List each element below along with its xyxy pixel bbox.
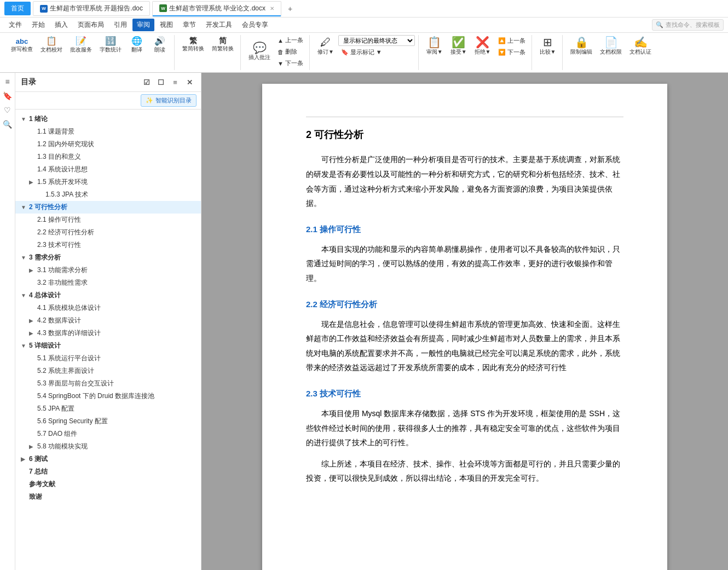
- toc-item[interactable]: 5.8 功能模块实现: [15, 440, 201, 453]
- tab-doc2[interactable]: W 生鲜超市管理系统 毕业论文.docx ✕: [152, 1, 281, 16]
- compare-button[interactable]: ⊞ 比较▼: [536, 35, 559, 57]
- menu-devtools[interactable]: 开发工具: [201, 19, 236, 31]
- nav-icon[interactable]: ≡: [1, 75, 14, 88]
- toc-item[interactable]: 1.5 系统开发环境: [15, 176, 201, 188]
- toc-close-icon[interactable]: ✕: [183, 76, 195, 88]
- show-mark-button[interactable]: 🔖 显示标记 ▼: [338, 47, 415, 57]
- toc-item[interactable]: 1.5.3 JPA 技术: [15, 188, 201, 201]
- home-tab[interactable]: 首页: [4, 2, 31, 15]
- word-icon-blue: W: [40, 5, 48, 13]
- toc-item-label: 1.5.3 JPA 技术: [45, 190, 88, 199]
- toc-uncheck-icon[interactable]: ☐: [155, 76, 167, 88]
- menu-review[interactable]: 审阅: [132, 19, 154, 31]
- accept-icon: ✅: [452, 37, 465, 48]
- toc-item[interactable]: 4.1 系统模块总体设计: [15, 302, 201, 314]
- toc-item[interactable]: 1.1 课题背景: [15, 125, 201, 138]
- toc-item[interactable]: 3.1 功能需求分析: [15, 264, 201, 277]
- toc-item[interactable]: 3 需求分析: [15, 251, 201, 264]
- menu-view[interactable]: 视图: [155, 19, 177, 31]
- close-tab-button[interactable]: ✕: [270, 5, 274, 11]
- review-button[interactable]: 📋 审阅▼: [423, 35, 446, 57]
- toc-item[interactable]: 5.4 SpringBoot 下的 Druid 数据库连接池: [15, 390, 201, 402]
- batchservice-button[interactable]: 📝 批改服务: [67, 35, 95, 55]
- translate-button[interactable]: 🌐 翻译: [126, 35, 148, 55]
- toc-item[interactable]: 4 总体设计: [15, 289, 201, 302]
- toc-item[interactable]: 7 总结: [15, 465, 201, 478]
- menu-layout[interactable]: 页面布局: [73, 19, 108, 31]
- tab-bar: 首页 W 生鲜超市管理系统 开题报告.doc W 生鲜超市管理系统 毕业论文.d…: [4, 1, 724, 16]
- doc-area[interactable]: 2 可行性分析 可行性分析是广泛使用的一种分析项目是否可行的技术。主要是基于系统…: [201, 73, 728, 570]
- read-button[interactable]: 🔊 朗读: [149, 35, 171, 55]
- prev-comment-label: 上一条: [285, 36, 303, 44]
- toc-item[interactable]: 5.3 界面层与前台交互设计: [15, 377, 201, 390]
- toc-item[interactable]: 5.2 系统主界面设计: [15, 365, 201, 377]
- toc-arrow-icon: [21, 204, 27, 210]
- reject-button[interactable]: ❌ 拒绝▼: [471, 35, 494, 57]
- toc-item[interactable]: 5.6 Spring Security 配置: [15, 415, 201, 428]
- section-23-content2: 综上所述，本项目在经济、技术、操作、社会环境等方面都是可行的，并且只需要少量的投…: [306, 457, 623, 486]
- toolbar-row-chinese: 繁 繁简转换 简 简繁转换: [179, 35, 237, 54]
- smart-toc-label: 智能识别目录: [155, 96, 192, 105]
- add-tab-button[interactable]: +: [284, 2, 297, 15]
- tofull-button[interactable]: 繁 繁简转换: [179, 35, 207, 54]
- toc-item[interactable]: 5.7 DAO 组件: [15, 428, 201, 440]
- toc-item-label: 5.2 系统主界面设计: [37, 366, 94, 376]
- wordcount-button[interactable]: 🔢 字数统计: [96, 35, 125, 55]
- toc-item[interactable]: 致谢: [15, 491, 201, 503]
- toc-item[interactable]: 4.3 数据库的详细设计: [15, 327, 201, 339]
- toc-item-label: 2.2 经济可行性分析: [37, 228, 94, 237]
- toc-item[interactable]: 2.3 技术可行性: [15, 239, 201, 251]
- toolbar-group-compare: ⊞ 比较▼: [533, 35, 563, 70]
- review-icon: 📋: [427, 37, 441, 48]
- search-command[interactable]: 🔍 查找命令、搜索模板: [652, 19, 724, 31]
- menu-ref[interactable]: 引用: [109, 19, 131, 31]
- revise-button[interactable]: 🖊 修订▼: [314, 35, 337, 57]
- toc-item[interactable]: 5 详细设计: [15, 339, 201, 352]
- ribbon: 文件 开始 插入 页面布局 引用 审阅 视图 章节 开发工具 会员专享 🔍 查找…: [0, 18, 728, 73]
- toc-item[interactable]: 1.2 国内外研究现状: [15, 138, 201, 151]
- menu-vip[interactable]: 会员专享: [238, 19, 273, 31]
- section-21-content: 本项目实现的功能和显示的内容简单易懂易操作，使用者可以不具备较高的软件知识，只需…: [306, 242, 623, 286]
- bookmark-icon[interactable]: 🔖: [1, 89, 14, 102]
- docsign-button[interactable]: ✍ 文档认证: [626, 35, 655, 57]
- tab-doc1[interactable]: W 生鲜超市管理系统 开题报告.doc: [33, 1, 150, 16]
- menu-start[interactable]: 开始: [27, 19, 49, 31]
- toc-item[interactable]: 5.5 JPA 配置: [15, 402, 201, 415]
- next-change-button[interactable]: 🔽 下一条: [495, 47, 528, 57]
- smart-toc-button[interactable]: ✨ 智能识别目录: [141, 94, 197, 107]
- search-left-icon[interactable]: 🔍: [1, 118, 14, 131]
- prev-comment-button[interactable]: ▲ 上一条: [275, 35, 306, 45]
- toc-item[interactable]: 1.4 系统设计思想: [15, 163, 201, 176]
- prev-change-button[interactable]: 🔼 上一条: [495, 36, 528, 46]
- menu-chapter[interactable]: 章节: [178, 19, 200, 31]
- toc-item[interactable]: 5.1 系统运行平台设计: [15, 352, 201, 365]
- docright-button[interactable]: 📄 文档权限: [597, 35, 625, 57]
- toc-item[interactable]: 2.2 经济可行性分析: [15, 226, 201, 239]
- menu-file[interactable]: 文件: [4, 19, 26, 31]
- tosimple-label: 简繁转换: [212, 45, 234, 53]
- tosimple-button[interactable]: 简 简繁转换: [209, 35, 237, 54]
- toc-arrow-icon: [29, 179, 36, 185]
- toc-item[interactable]: 1 绪论: [15, 113, 201, 125]
- next-comment-icon: ▼: [278, 60, 284, 67]
- toc-item[interactable]: 1.3 目的和意义: [15, 151, 201, 163]
- toc-check-icon[interactable]: ☑: [141, 76, 153, 88]
- doccheck-button[interactable]: 📋 文档校对: [37, 35, 66, 55]
- delete-comment-button[interactable]: 🗑 删除: [275, 47, 306, 57]
- toc-item[interactable]: 3.2 非功能性需求: [15, 277, 201, 289]
- heart-icon[interactable]: ♡: [1, 103, 14, 117]
- toc-list-icon[interactable]: ≡: [169, 76, 181, 88]
- toc-item[interactable]: 2.1 操作可行性: [15, 214, 201, 226]
- insertcomment-button[interactable]: 💬 插入批注: [245, 41, 274, 63]
- accept-button[interactable]: ✅ 接受▼: [447, 35, 470, 57]
- toc-item[interactable]: 4.2 数据库设计: [15, 314, 201, 327]
- toc-item[interactable]: 参考文献: [15, 478, 201, 491]
- left-icon-bar: ≡ 🔖 ♡ 🔍: [0, 73, 15, 570]
- show-markup-dropdown[interactable]: 显示标记的最终状态: [338, 35, 415, 46]
- spellcheck-button[interactable]: abc 拼写检查: [8, 36, 36, 55]
- toc-item[interactable]: 2 可行性分析: [15, 201, 201, 214]
- menu-insert[interactable]: 插入: [50, 19, 72, 31]
- toc-item[interactable]: 6 测试: [15, 453, 201, 465]
- restrictedit-button[interactable]: 🔒 限制编辑: [567, 35, 596, 57]
- next-comment-button[interactable]: ▼ 下一条: [275, 58, 306, 68]
